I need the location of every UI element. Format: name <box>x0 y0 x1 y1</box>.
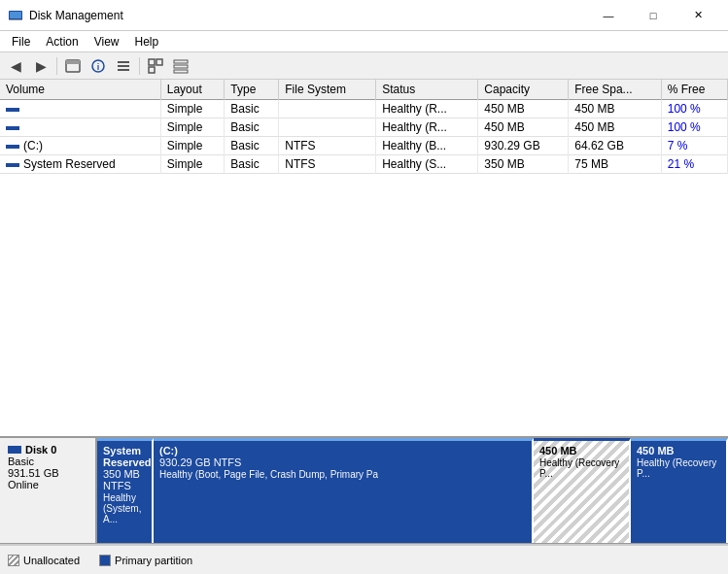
disk-status: Online <box>8 479 87 490</box>
properties-button[interactable]: i <box>87 55 110 77</box>
menu-file[interactable]: File <box>4 33 38 51</box>
cell-status: Healthy (R... <box>376 100 478 118</box>
forward-button[interactable]: ▶ <box>29 55 52 77</box>
legend-unallocated: Unallocated <box>8 555 80 566</box>
cell-type: Basic <box>225 100 279 118</box>
snap-button[interactable] <box>144 55 167 77</box>
cell-pct: 21 % <box>661 155 727 174</box>
col-freespace: Free Spa... <box>569 80 662 100</box>
menu-view[interactable]: View <box>87 33 127 51</box>
svg-rect-2 <box>9 19 22 20</box>
partition-status: Healthy (Recovery P... <box>539 457 623 479</box>
partition-status: Healthy (Recovery P... <box>637 457 720 479</box>
cell-free: 450 MB <box>569 118 662 137</box>
cell-layout: Simple <box>160 155 225 174</box>
disk-type: Basic <box>8 456 87 467</box>
partition-3[interactable]: 450 MBHealthy (Recovery P... <box>631 438 728 543</box>
partition-name: System Reserved <box>103 445 146 468</box>
svg-rect-1 <box>10 12 21 18</box>
volume-table-area: Volume Layout Type File System Status Ca… <box>0 80 728 438</box>
col-filesystem: File System <box>279 80 376 100</box>
cell-volume: (C:) <box>0 137 160 155</box>
col-layout: Layout <box>160 80 225 100</box>
window-controls: — □ ✕ <box>586 0 720 31</box>
cell-volume <box>0 118 160 137</box>
close-btn[interactable]: ✕ <box>676 0 720 31</box>
partition-size: 350 MB NTFS <box>103 468 146 491</box>
svg-rect-10 <box>149 59 155 65</box>
console-button[interactable] <box>61 55 85 77</box>
partition-name: 450 MB <box>539 445 623 456</box>
cell-filesystem <box>279 100 376 118</box>
disk-partitions: System Reserved350 MB NTFSHealthy (Syste… <box>97 438 728 543</box>
menu-bar: File Action View Help <box>0 31 728 52</box>
partition-2[interactable]: 450 MBHealthy (Recovery P... <box>534 438 631 543</box>
cell-pct: 100 % <box>661 118 727 137</box>
cell-volume <box>0 100 160 118</box>
cell-filesystem: NTFS <box>279 137 376 155</box>
cell-layout: Simple <box>160 118 225 137</box>
partition-status: Healthy (Boot, Page File, Crash Dump, Pr… <box>159 469 526 480</box>
table-row[interactable]: SimpleBasicHealthy (R...450 MB450 MB100 … <box>0 100 728 118</box>
status-bar: Unallocated Primary partition <box>0 545 728 574</box>
minimize-btn[interactable]: — <box>586 0 631 31</box>
col-volume: Volume <box>0 80 160 100</box>
toolbar: ◀ ▶ i <box>0 52 728 80</box>
legend-primary-label: Primary partition <box>115 555 192 566</box>
partition-name: (C:) <box>159 445 526 456</box>
main-area: Volume Layout Type File System Status Ca… <box>0 80 728 545</box>
volume-icon <box>6 108 19 112</box>
disk-icon <box>8 446 21 454</box>
list-view-button[interactable] <box>112 55 135 77</box>
menu-action[interactable]: Action <box>38 33 86 51</box>
volume-icon <box>6 163 19 167</box>
partition-0[interactable]: System Reserved350 MB NTFSHealthy (Syste… <box>97 438 154 543</box>
partition-size: 930.29 GB NTFS <box>159 456 526 468</box>
partition-name: 450 MB <box>637 445 720 456</box>
table-row[interactable]: SimpleBasicHealthy (R...450 MB450 MB100 … <box>0 118 728 137</box>
cell-free: 75 MB <box>569 155 662 174</box>
svg-rect-8 <box>118 65 129 67</box>
details-button[interactable] <box>169 55 192 77</box>
col-capacity: Capacity <box>478 80 569 100</box>
title-bar: Disk Management — □ ✕ <box>0 0 728 31</box>
volume-table: Volume Layout Type File System Status Ca… <box>0 80 728 174</box>
table-header-row: Volume Layout Type File System Status Ca… <box>0 80 728 100</box>
svg-rect-12 <box>149 67 155 73</box>
cell-pct: 7 % <box>661 137 727 155</box>
cell-layout: Simple <box>160 100 225 118</box>
maximize-btn[interactable]: □ <box>631 0 676 31</box>
cell-status: Healthy (S... <box>376 155 478 174</box>
window-title: Disk Management <box>29 9 586 22</box>
legend-primary-icon <box>99 555 111 566</box>
cell-volume: System Reserved <box>0 155 160 174</box>
table-row[interactable]: (C:)SimpleBasicNTFSHealthy (B...930.29 G… <box>0 137 728 155</box>
cell-capacity: 930.29 GB <box>478 137 569 155</box>
cell-type: Basic <box>225 137 279 155</box>
cell-type: Basic <box>225 155 279 174</box>
cell-free: 64.62 GB <box>569 137 662 155</box>
volume-icon <box>6 126 19 130</box>
col-pctfree: % Free <box>661 80 727 100</box>
svg-rect-9 <box>118 69 129 71</box>
legend-unallocated-label: Unallocated <box>23 555 80 566</box>
cell-status: Healthy (R... <box>376 118 478 137</box>
partition-status: Healthy (System, A... <box>103 492 146 524</box>
menu-help[interactable]: Help <box>127 33 167 51</box>
cell-capacity: 450 MB <box>478 100 569 118</box>
cell-layout: Simple <box>160 137 225 155</box>
disk-label: Disk 0 Basic 931.51 GB Online <box>0 438 97 543</box>
back-button[interactable]: ◀ <box>4 55 27 77</box>
toolbar-sep-1 <box>56 57 57 75</box>
table-row[interactable]: System ReservedSimpleBasicNTFSHealthy (S… <box>0 155 728 174</box>
svg-rect-4 <box>66 60 80 64</box>
partition-1[interactable]: (C:)930.29 GB NTFSHealthy (Boot, Page Fi… <box>154 438 534 543</box>
cell-filesystem: NTFS <box>279 155 376 174</box>
cell-free: 450 MB <box>569 100 662 118</box>
cell-filesystem <box>279 118 376 137</box>
volume-icon <box>6 145 19 149</box>
col-status: Status <box>376 80 478 100</box>
legend-primary: Primary partition <box>99 555 192 566</box>
svg-rect-7 <box>118 61 129 63</box>
disk-map-area: Disk 0 Basic 931.51 GB Online System Res… <box>0 438 728 545</box>
